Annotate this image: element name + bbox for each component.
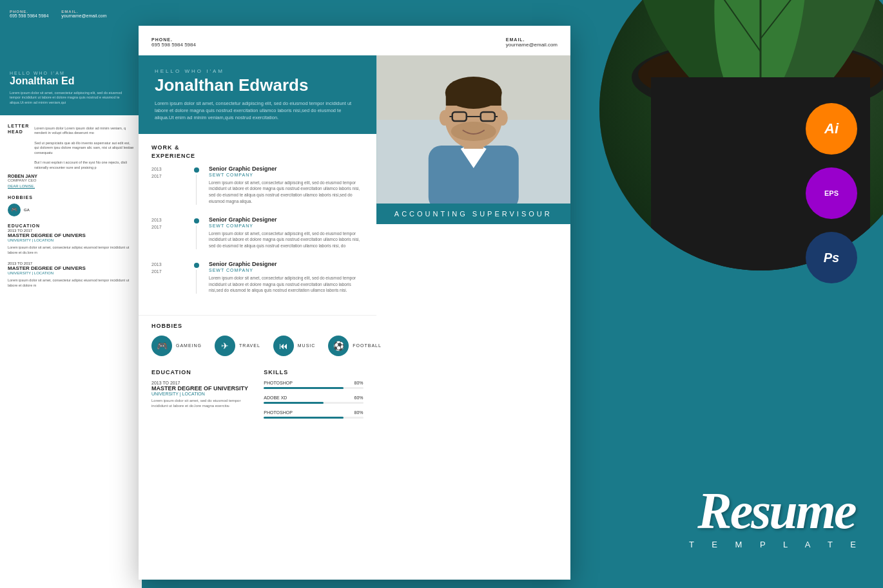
work-title-3: Senior Graphic Designer bbox=[209, 261, 364, 267]
skill-header-2: ADOBE XD 60% bbox=[264, 395, 363, 400]
work-content-3: Senior Graphic Designer SEWT COMPANY Lor… bbox=[209, 261, 364, 294]
resume-script-text: Resume bbox=[689, 485, 864, 536]
edu-uni-1: UNIVERSITY | LOCATION bbox=[151, 392, 251, 396]
hobby-item-3: ⏮ MUSIC bbox=[273, 336, 316, 356]
work-dot-1 bbox=[194, 167, 199, 173]
work-year-to-3: 2017 bbox=[151, 268, 184, 275]
main-hello-label: HELLO WHO I'AM bbox=[155, 68, 360, 74]
main-teal-intro: HELLO WHO I'AM Jonalthan Edwards Lorem i… bbox=[139, 55, 376, 134]
hobby-label-2: TRAVEL bbox=[239, 343, 260, 348]
work-year-from-1: 2013 bbox=[151, 166, 184, 173]
left-education-section: EDUCATION 2013 TO 2017 MASTER DEGREE OF … bbox=[8, 223, 134, 289]
hobby-item-2: ✈ TRAVEL bbox=[215, 336, 260, 356]
ai-icon[interactable]: Ai bbox=[806, 103, 857, 155]
work-year-to-2: 2017 bbox=[151, 223, 184, 231]
main-resume: PHONE. 695 598 5984 5984 EMAIL. yourname… bbox=[139, 26, 570, 580]
hobby-icon-travel: ✈ bbox=[215, 336, 235, 356]
left-contact-row: PHONE. 695 598 5984 5984 EMAIL. yourname… bbox=[10, 10, 132, 18]
edu-years-1: 2013 TO 2017 bbox=[151, 381, 251, 385]
work-dot-3 bbox=[194, 263, 199, 268]
left-background-resume: PHONE. 695 598 5984 5984 EMAIL. yourname… bbox=[0, 0, 142, 588]
ps-label: Ps bbox=[824, 251, 839, 265]
work-dot-line-1 bbox=[191, 166, 201, 205]
main-phone-value: 695 598 5984 5984 bbox=[151, 42, 196, 48]
skill-bar-bg-3 bbox=[264, 417, 363, 419]
eps-label: EPS bbox=[824, 190, 839, 197]
work-line-2 bbox=[196, 225, 197, 249]
hobby-icon-gaming: 🎮 bbox=[151, 336, 172, 356]
work-title-2: Senior Graphic Designer bbox=[209, 216, 364, 223]
edu-section-title: EDUCATION bbox=[151, 369, 251, 375]
skill-header-1: PHOTOSHOP 80% bbox=[264, 381, 363, 385]
skill-bar-fill-1 bbox=[264, 387, 343, 389]
work-year-from-2: 2013 bbox=[151, 216, 184, 223]
skills-section-title: SKILLS bbox=[264, 369, 363, 375]
skill-pct-3: 80% bbox=[354, 410, 363, 415]
left-hobby-1: 🎮 GA bbox=[8, 204, 134, 216]
work-item-2: 2013 2017 Senior Graphic Designer SEWT C… bbox=[151, 216, 364, 249]
job-title-text: ACCOUNTING SUPERVISOUR bbox=[389, 210, 558, 218]
left-hobbies-section: HOBBIES 🎮 GA bbox=[8, 194, 134, 216]
work-year-col-3: 2013 2017 bbox=[151, 261, 184, 294]
left-edu-label: EDUCATION bbox=[8, 223, 134, 229]
work-dot-2 bbox=[194, 218, 199, 223]
left-edu-degree-2: MASTER DEGREE OF UNIVERS bbox=[8, 265, 134, 271]
hobbies-header: HOBBIES bbox=[151, 322, 364, 330]
profile-photo bbox=[376, 55, 571, 204]
work-section: WORK & EXPERIENCE 2013 2017 Seni bbox=[139, 134, 376, 315]
skill-header-3: PHOTOSHOP 80% bbox=[264, 410, 363, 415]
left-edu-uni-2: UNIVERSITY | LOCATION bbox=[8, 271, 134, 275]
hobby-icon-football: ⚽ bbox=[328, 336, 349, 356]
ai-label: Ai bbox=[824, 120, 839, 137]
work-item-3: 2013 2017 Senior Graphic Designer SEWT C… bbox=[151, 261, 364, 294]
svg-point-25 bbox=[469, 122, 477, 128]
main-bio: Lorem ipsum dolor sit amet, consectetur … bbox=[155, 100, 360, 122]
skill-pct-2: 60% bbox=[354, 395, 363, 400]
hobby-item-1: 🎮 GAMEING bbox=[151, 336, 202, 356]
work-year-from-3: 2013 bbox=[151, 261, 184, 268]
left-hobby-icon-1: 🎮 bbox=[8, 204, 21, 216]
left-letterhead-label: LETTER HEAD bbox=[8, 123, 29, 135]
job-title-bar: ACCOUNTING SUPERVISOUR bbox=[376, 204, 571, 224]
edu-desc-1: Lorem ipsum dolor sit amet, sed do eiusm… bbox=[151, 398, 251, 409]
bottom-cols: EDUCATION 2013 TO 2017 MASTER DEGREE OF … bbox=[139, 363, 376, 432]
left-greeting[interactable]: DEAR LONISE, bbox=[8, 184, 134, 188]
left-edu-desc-2: Lorem ipsum dolor sit amet, consectetur … bbox=[8, 278, 134, 288]
work-dot-line-3 bbox=[191, 261, 201, 294]
left-edu-item-2: 2013 TO 2017 MASTER DEGREE OF UNIVERS UN… bbox=[8, 261, 134, 288]
left-teal-intro: HELLO WHO I'AM Jonalthan Ed Lorem ipsum … bbox=[0, 61, 142, 115]
education-col: EDUCATION 2013 TO 2017 MASTER DEGREE OF … bbox=[151, 369, 251, 425]
left-hello-label: HELLO WHO I'AM bbox=[10, 71, 132, 75]
skill-bar-fill-3 bbox=[264, 417, 343, 419]
left-edu-degree-1: MASTER DEGREE OF UNIVERS bbox=[8, 232, 134, 238]
hobby-label-1: GAMEING bbox=[176, 343, 202, 348]
edu-item-1: 2013 TO 2017 MASTER DEGREE OF UNIVERSITY… bbox=[151, 381, 251, 409]
svg-rect-18 bbox=[445, 93, 501, 106]
work-line-3 bbox=[196, 270, 197, 294]
work-section-header: WORK & EXPERIENCE bbox=[151, 144, 364, 160]
skills-col: SKILLS PHOTOSHOP 80% ADOBE XD 6 bbox=[264, 369, 363, 425]
svg-point-27 bbox=[497, 110, 507, 126]
left-sender-title: COMPANY CEO bbox=[8, 178, 134, 182]
left-edu-desc-1: Lorem ipsum dolor sit amet, consectetur … bbox=[8, 245, 134, 255]
main-phone-label: PHONE. bbox=[151, 37, 196, 42]
left-email: EMAIL. yourname@email.com bbox=[61, 10, 106, 18]
left-letter-body: Lorem ipsum dolor Lorem ipsum dolor ad m… bbox=[34, 126, 134, 171]
eps-icon[interactable]: EPS bbox=[806, 167, 857, 219]
skill-bar-fill-2 bbox=[264, 402, 324, 404]
ps-icon[interactable]: Ps bbox=[806, 232, 857, 283]
work-desc-3: Lorem ipsum dolor sit amet, consectetur … bbox=[209, 275, 364, 294]
hobby-item-4: ⚽ FOOTBALL bbox=[328, 336, 382, 356]
template-label: T E M P L A T E bbox=[689, 540, 864, 549]
skill-item-1: PHOTOSHOP 80% bbox=[264, 381, 363, 389]
work-desc-1: Lorem ipsum dolor sit amet, consectetur … bbox=[209, 180, 364, 205]
software-icons-panel: Ai EPS Ps bbox=[806, 103, 857, 283]
left-hobbies-label: HOBBIES bbox=[8, 194, 134, 200]
work-item-1: 2013 2017 Senior Graphic Designer SEWT C… bbox=[151, 166, 364, 205]
main-email-label: EMAIL. bbox=[506, 37, 558, 42]
main-resume-layout: HELLO WHO I'AM Jonalthan Edwards Lorem i… bbox=[139, 55, 570, 564]
left-header: PHONE. 695 598 5984 5984 EMAIL. yourname… bbox=[0, 0, 142, 61]
work-year-col-1: 2013 2017 bbox=[151, 166, 184, 205]
skill-pct-1: 80% bbox=[354, 381, 363, 385]
skill-name-3: PHOTOSHOP bbox=[264, 410, 293, 415]
